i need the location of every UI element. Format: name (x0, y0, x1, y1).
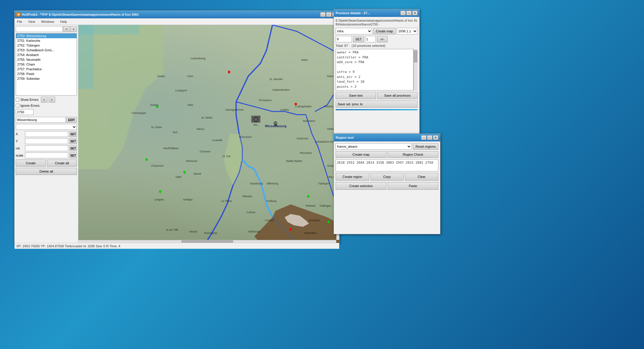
h-scrollbar-thumb[interactable] (182, 240, 233, 243)
province-list-item[interactable]: 2754: Ansbach (16, 52, 77, 57)
province-content: E:\Spiele\SteamGames\steamapps\common\He… (334, 17, 419, 112)
province-attribute-dropdown[interactable]: infra (336, 28, 372, 34)
create-button[interactable]: Create (16, 160, 46, 167)
scale-set-button[interactable]: SET (69, 152, 77, 158)
menu-view[interactable]: View (27, 20, 37, 24)
region-check-button[interactable]: Region Check (388, 151, 438, 158)
province-name-input[interactable] (16, 117, 66, 123)
rot-input[interactable] (25, 145, 68, 151)
save-sel-button[interactable]: Save sel. prov. to (336, 101, 418, 108)
delete-all-button[interactable]: Delete all (16, 168, 77, 175)
region-text-area[interactable] (336, 159, 438, 171)
nav-input[interactable] (16, 26, 63, 32)
region-tool-window: Region tool ─ □ ✕ france_alsace Reset re… (334, 133, 440, 234)
main-window: ⚙ Hol3PosEd - *TFH* E:\Spiele\SteamGames… (14, 10, 340, 243)
x-row: X SET (16, 131, 77, 137)
show-errors-row: Show Errors < > (16, 97, 77, 103)
map-scrollbar-horizontal[interactable] (78, 240, 336, 243)
small-value-input[interactable] (365, 36, 376, 42)
region-maximize-button[interactable]: □ (427, 135, 432, 140)
value-row: SET +/- (336, 36, 418, 42)
nav-prev-button[interactable]: < (63, 26, 70, 32)
region-minimize-button[interactable]: ─ (421, 135, 426, 140)
province-list-item[interactable]: 2751: Karlsruhe (16, 38, 77, 43)
province-list-item[interactable]: 2757: Prachatice (16, 67, 77, 71)
scale-input[interactable] (25, 152, 68, 158)
nav-next-button[interactable]: > (70, 26, 77, 32)
province-title-bar: Province details - 27... ─ □ ✕ (334, 9, 419, 17)
province-window-title: Province details - 27... (336, 11, 370, 15)
x-label: X (16, 132, 24, 136)
create-all-button[interactable]: Create all (47, 160, 77, 167)
menu-file[interactable]: File (16, 20, 23, 24)
region-dropdown[interactable]: france_alsace (336, 143, 412, 150)
province-type-dropdown[interactable] (16, 124, 77, 130)
errors-prev-button[interactable]: < (41, 97, 47, 103)
province-minimize-button[interactable]: ─ (400, 11, 406, 15)
save-all-button[interactable]: Save all provinces (377, 92, 418, 99)
province-maximize-button[interactable]: □ (406, 11, 412, 15)
minimize-button[interactable]: ─ (320, 12, 326, 17)
province-list-item[interactable]: 2758: Pisek (16, 71, 77, 76)
version-dropdown[interactable]: 1936.1.1 (397, 28, 418, 34)
province-text-area[interactable] (336, 49, 413, 90)
name-row: EDIT (16, 117, 77, 123)
scale-row: scale SET (16, 152, 77, 158)
ignore-errors-checkbox[interactable] (16, 104, 19, 107)
value-set-button[interactable]: SET (353, 36, 364, 42)
errors-next-button[interactable]: > (49, 97, 55, 103)
menu-help[interactable]: Help (59, 20, 68, 24)
edit-button[interactable]: EDIT (66, 117, 77, 123)
province-top-row: infra Create map 1936.1.1 (336, 28, 418, 34)
svg-point-13 (159, 190, 161, 193)
province-list-item[interactable]: 2755: Neumarkt (16, 57, 77, 62)
y-label: Y (16, 139, 24, 143)
province-list-item[interactable]: 2759: Sobeslav (16, 76, 77, 81)
total-label: Total: 87 (336, 44, 348, 47)
clear-button[interactable]: Clear (405, 173, 438, 181)
reset-regions-button[interactable]: Reset regions (413, 143, 438, 150)
region-close-button[interactable]: ✕ (433, 135, 438, 140)
create-region-button[interactable]: Create region (336, 173, 369, 181)
province-id-input[interactable] (16, 109, 34, 115)
map-area[interactable]: Wis... SedanArlonLuxembourgLonguyonVerdu… (78, 25, 339, 243)
x-input[interactable] (25, 131, 68, 137)
province-list-item[interactable]: 2753: Schwäbisch Gmü... (16, 48, 77, 52)
maximize-button[interactable]: □ (326, 12, 331, 17)
copy-button[interactable]: Copy (370, 173, 404, 181)
menu-bar: File View Windows Help (15, 18, 339, 25)
save-row: Save text Save all provinces (336, 92, 418, 99)
x-set-button[interactable]: SET (69, 131, 77, 137)
region-create-map-button[interactable]: Create map (336, 151, 386, 158)
plusminus-button[interactable]: +/- (377, 36, 388, 42)
create-selection-button[interactable]: Create selection (336, 182, 386, 190)
text-scrollbar[interactable] (413, 49, 418, 90)
province-list[interactable]: 2750: Wissembourg2751: Karlsruhe2752: Tü… (16, 33, 77, 95)
show-errors-label: Show Errors (20, 98, 39, 101)
y-input[interactable] (25, 138, 68, 144)
province-list-item[interactable]: 2752: Tübingen (16, 43, 77, 48)
svg-rect-19 (257, 116, 260, 118)
main-title: Hol3PosEd - *TFH* E:\Spiele\SteamGames\s… (22, 13, 139, 16)
province-list-item[interactable]: 2750: Wissembourg (16, 34, 77, 38)
scale-label: scale (16, 154, 24, 157)
rot-label: rot. (16, 146, 24, 150)
create-map-button[interactable]: Create map (373, 28, 396, 34)
rot-set-button[interactable]: SET (69, 145, 77, 151)
main-title-bar: ⚙ Hol3PosEd - *TFH* E:\Spiele\SteamGames… (15, 11, 339, 18)
save-text-button[interactable]: Save text (336, 92, 376, 99)
show-errors-checkbox[interactable] (16, 98, 19, 101)
status-bar: XP: 2903.75000 YP: 1604.87500 Tiefencast… (15, 243, 339, 249)
y-set-button[interactable]: SET (69, 138, 77, 144)
menu-windows[interactable]: Windows (40, 20, 55, 24)
total-row: Total: 87 (10 provinces selected) (336, 44, 418, 47)
paste-button[interactable]: Paste (388, 182, 438, 190)
ignore-errors-label: Ignore Errors (20, 104, 39, 107)
region-action-row-1: Create region Copy Clear (336, 173, 438, 181)
region-content: france_alsace Reset regions Create map R… (334, 141, 440, 192)
text-scrollbar-thumb[interactable] (414, 50, 417, 62)
value-input[interactable] (336, 36, 352, 42)
svg-point-12 (183, 171, 186, 174)
province-list-item[interactable]: 2756: Cham (16, 62, 77, 67)
province-close-button[interactable]: ✕ (412, 11, 418, 15)
